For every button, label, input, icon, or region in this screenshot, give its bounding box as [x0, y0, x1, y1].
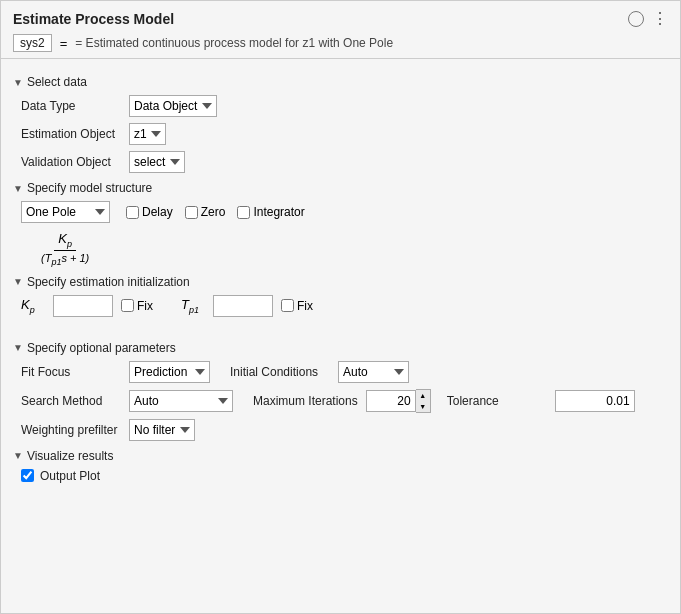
initial-conditions-label: Initial Conditions — [230, 365, 330, 379]
kp-fix-text: Fix — [137, 299, 153, 313]
title-bar-icons: ⋮ — [628, 9, 668, 28]
data-type-label: Data Type — [21, 99, 121, 113]
search-method-select[interactable]: Auto Gradient Gauss-Newton — [129, 390, 233, 412]
tolerance-label: Tolerance — [447, 394, 547, 408]
estimation-init-row: Kp Fix Tp1 Fix — [13, 295, 668, 317]
section-arrow-optional-params: ▼ — [13, 342, 23, 353]
kp-fix-label[interactable]: Fix — [121, 299, 153, 313]
output-plot-label: Output Plot — [40, 469, 100, 483]
initial-conditions-select[interactable]: Auto Zero Estimate — [338, 361, 409, 383]
output-plot-row: Output Plot — [13, 469, 668, 483]
subtitle-text: = Estimated continuous process model for… — [75, 36, 393, 50]
zero-label: Zero — [201, 205, 226, 219]
spinner-buttons: ▲ ▼ — [416, 389, 431, 413]
section-optional-params[interactable]: ▼ Specify optional parameters — [13, 341, 668, 355]
section-arrow-estimation-init: ▼ — [13, 276, 23, 287]
spinner-up-button[interactable]: ▲ — [416, 390, 430, 401]
zero-checkbox[interactable] — [185, 206, 198, 219]
model-checkboxes: Delay Zero Integrator — [126, 205, 305, 219]
delay-checkbox[interactable] — [126, 206, 139, 219]
initial-conditions-select-wrapper: Auto Zero Estimate — [338, 361, 409, 383]
search-method-label: Search Method — [21, 394, 121, 408]
validation-object-label: Validation Object — [21, 155, 121, 169]
section-select-data[interactable]: ▼ Select data — [13, 75, 668, 89]
main-window: Estimate Process Model ⋮ sys2 = = Estima… — [0, 0, 681, 614]
estimation-object-select-wrapper: z1 — [129, 123, 166, 145]
section-visualize[interactable]: ▼ Visualize results — [13, 449, 668, 463]
formula-denominator: (Tp1s + 1) — [37, 251, 93, 267]
integrator-label: Integrator — [253, 205, 304, 219]
menu-icon[interactable]: ⋮ — [652, 9, 668, 28]
data-type-select[interactable]: Data Object — [129, 95, 217, 117]
output-plot-checkbox[interactable] — [21, 469, 34, 482]
fit-focus-select-wrapper: Prediction Simulation — [129, 361, 210, 383]
tp1-fix-checkbox[interactable] — [281, 299, 294, 312]
kp-fix-checkbox[interactable] — [121, 299, 134, 312]
max-iter-input[interactable] — [366, 390, 416, 412]
search-method-row: Search Method Auto Gradient Gauss-Newton… — [21, 389, 668, 413]
max-iter-label: Maximum Iterations — [253, 394, 358, 408]
tp1-label: Tp1 — [181, 297, 205, 315]
formula-numerator: Kp — [54, 231, 76, 251]
data-type-select-wrapper: Data Object — [129, 95, 217, 117]
estimation-object-select[interactable]: z1 — [129, 123, 166, 145]
integrator-checkbox-item[interactable]: Integrator — [237, 205, 304, 219]
validation-object-select[interactable]: select — [129, 151, 185, 173]
formula-display: Kp (Tp1s + 1) — [13, 231, 668, 267]
tp1-input[interactable] — [213, 295, 273, 317]
section-arrow-model-structure: ▼ — [13, 183, 23, 194]
model-structure-controls: One Pole Two Poles Three Poles Delay Zer… — [13, 201, 668, 223]
kp-label: Kp — [21, 297, 45, 315]
fit-focus-select[interactable]: Prediction Simulation — [129, 361, 210, 383]
section-label-model-structure: Specify model structure — [27, 181, 152, 195]
weighting-select-wrapper: No filter — [129, 419, 195, 441]
sys-badge: sys2 — [13, 34, 52, 52]
max-iter-spinner: ▲ ▼ — [366, 389, 431, 413]
title-bar: Estimate Process Model ⋮ — [1, 1, 680, 32]
section-label-visualize: Visualize results — [27, 449, 113, 463]
tp1-fix-label[interactable]: Fix — [281, 299, 313, 313]
equals-sign: = — [60, 36, 68, 51]
fit-focus-label: Fit Focus — [21, 365, 121, 379]
spinner-down-button[interactable]: ▼ — [416, 401, 430, 412]
weighting-row: Weighting prefilter No filter — [21, 419, 668, 441]
delay-checkbox-item[interactable]: Delay — [126, 205, 173, 219]
zero-checkbox-item[interactable]: Zero — [185, 205, 226, 219]
estimation-object-label: Estimation Object — [21, 127, 121, 141]
section-label-estimation-init: Specify estimation initialization — [27, 275, 190, 289]
model-type-select[interactable]: One Pole Two Poles Three Poles — [21, 201, 110, 223]
validation-object-row: Validation Object select — [13, 151, 668, 173]
model-type-select-wrapper: One Pole Two Poles Three Poles — [21, 201, 110, 223]
formula-fraction: Kp (Tp1s + 1) — [37, 231, 93, 267]
data-type-row: Data Type Data Object — [13, 95, 668, 117]
integrator-checkbox[interactable] — [237, 206, 250, 219]
section-label-optional-params: Specify optional parameters — [27, 341, 176, 355]
optional-params-content: Fit Focus Prediction Simulation Initial … — [13, 361, 668, 441]
estimation-object-row: Estimation Object z1 — [13, 123, 668, 145]
section-arrow-visualize: ▼ — [13, 450, 23, 461]
subtitle-bar: sys2 = = Estimated continuous process mo… — [1, 32, 680, 59]
fit-focus-row: Fit Focus Prediction Simulation Initial … — [21, 361, 668, 383]
section-model-structure[interactable]: ▼ Specify model structure — [13, 181, 668, 195]
weighting-select[interactable]: No filter — [129, 419, 195, 441]
kp-input[interactable] — [53, 295, 113, 317]
section-label-select-data: Select data — [27, 75, 87, 89]
window-title: Estimate Process Model — [13, 11, 174, 27]
circle-icon[interactable] — [628, 11, 644, 27]
tp1-fix-text: Fix — [297, 299, 313, 313]
section-estimation-init[interactable]: ▼ Specify estimation initialization — [13, 275, 668, 289]
weighting-label: Weighting prefilter — [21, 423, 121, 437]
search-method-select-wrapper: Auto Gradient Gauss-Newton — [129, 390, 233, 412]
content-area: ▼ Select data Data Type Data Object Esti… — [1, 59, 680, 613]
delay-label: Delay — [142, 205, 173, 219]
validation-object-select-wrapper: select — [129, 151, 185, 173]
section-arrow-select-data: ▼ — [13, 77, 23, 88]
tolerance-input[interactable] — [555, 390, 635, 412]
